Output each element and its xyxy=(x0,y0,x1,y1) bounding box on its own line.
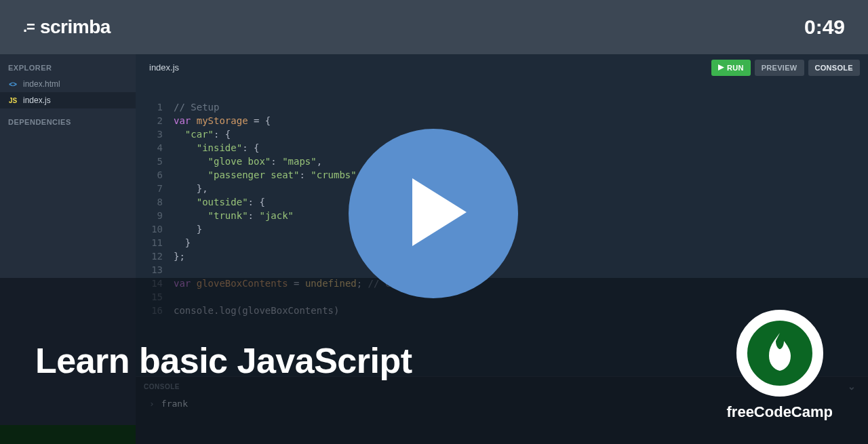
code-content: console.log(gloveBoxContents) xyxy=(174,304,339,317)
chevron-down-icon[interactable]: ⌄ xyxy=(848,381,861,392)
preview-button-label: PREVIEW xyxy=(762,64,797,72)
console-panel-title: CONSOLE xyxy=(144,383,180,390)
line-number: 10 xyxy=(136,222,174,236)
code-line[interactable]: 14var gloveBoxContents = undefined; // C… xyxy=(136,277,868,290)
explorer-section-title: EXPLORER xyxy=(0,54,136,76)
line-number: 6 xyxy=(136,168,174,182)
video-timestamp: 0:49 xyxy=(804,16,845,39)
line-number: 8 xyxy=(136,195,174,209)
video-title: Learn basic JavaScript xyxy=(35,340,412,381)
tab-open-file[interactable]: index.js xyxy=(136,54,193,81)
play-button[interactable] xyxy=(349,129,518,298)
play-icon xyxy=(393,178,473,249)
play-icon xyxy=(718,64,724,72)
line-number: 15 xyxy=(136,290,174,304)
line-number: 4 xyxy=(136,141,174,155)
dependencies-section-title: DEPENDENCIES xyxy=(0,108,136,130)
flame-icon xyxy=(764,331,796,375)
header: .= scrimba 0:49 xyxy=(0,0,868,54)
file-name-label: index.html xyxy=(23,79,60,89)
code-content: }; xyxy=(174,249,185,263)
line-number: 2 xyxy=(136,114,174,127)
channel-name: freeCodeCamp xyxy=(727,403,833,421)
brand-text: scrimba xyxy=(40,16,111,38)
sidebar-bottom-highlight xyxy=(0,425,136,444)
code-content: "car": { xyxy=(174,127,231,141)
console-prompt-icon: › xyxy=(149,399,155,409)
code-line[interactable]: 15 xyxy=(136,290,868,304)
code-content: "passenger seat": "crumbs" xyxy=(174,168,357,182)
console-button-label: CONSOLE xyxy=(815,64,854,72)
line-number: 12 xyxy=(136,249,174,263)
console-output: frank xyxy=(161,399,188,409)
line-number: 13 xyxy=(136,263,174,277)
preview-button[interactable]: PREVIEW xyxy=(755,60,804,76)
code-content: } xyxy=(174,222,202,236)
tab-bar: index.js RUN PREVIEW CONSOLE xyxy=(136,54,868,81)
code-content: "glove box": "maps", xyxy=(174,155,322,168)
code-line[interactable]: 4 "inside": { xyxy=(136,141,868,155)
run-button-label: RUN xyxy=(727,64,744,72)
channel-logo xyxy=(736,310,823,397)
line-number: 3 xyxy=(136,127,174,141)
line-number: 7 xyxy=(136,182,174,195)
code-content: "trunk": "jack" xyxy=(174,209,294,222)
file-item-index-js[interactable]: JSindex.js xyxy=(0,92,136,108)
code-line[interactable]: 1// Setup xyxy=(136,100,868,114)
code-content: "inside": { xyxy=(174,141,259,155)
console-button[interactable]: CONSOLE xyxy=(808,60,861,76)
sidebar: EXPLORER <>index.htmlJSindex.js DEPENDEN… xyxy=(0,54,136,444)
line-number: 5 xyxy=(136,155,174,168)
brand-icon: .= xyxy=(23,18,35,36)
code-line[interactable]: 3 "car": { xyxy=(136,127,868,141)
line-number: 16 xyxy=(136,304,174,317)
file-ext-icon: JS xyxy=(8,97,18,104)
file-name-label: index.js xyxy=(23,96,51,105)
code-content: var myStorage = { xyxy=(174,114,271,127)
svg-marker-1 xyxy=(412,178,467,246)
line-number: 9 xyxy=(136,209,174,222)
line-number: 14 xyxy=(136,277,174,290)
line-number: 11 xyxy=(136,236,174,249)
svg-marker-0 xyxy=(718,64,724,70)
brand[interactable]: .= scrimba xyxy=(23,16,111,38)
file-item-index-html[interactable]: <>index.html xyxy=(0,76,136,92)
code-content: } xyxy=(174,236,191,249)
code-content: }, xyxy=(174,182,208,195)
run-button[interactable]: RUN xyxy=(711,60,751,76)
code-content: // Setup xyxy=(174,100,219,114)
code-content: "outside": { xyxy=(174,195,265,209)
code-line[interactable]: 13 xyxy=(136,263,868,277)
file-ext-icon: <> xyxy=(8,81,18,88)
code-line[interactable]: 2var myStorage = { xyxy=(136,114,868,127)
line-number: 1 xyxy=(136,100,174,114)
channel-badge[interactable]: freeCodeCamp xyxy=(727,310,833,421)
